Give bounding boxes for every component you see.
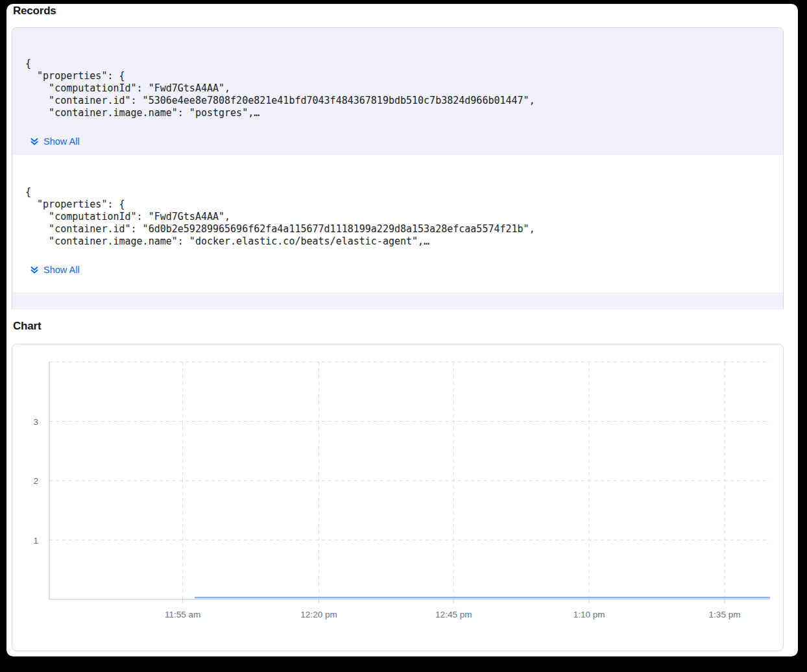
svg-text:11:55 am: 11:55 am (165, 610, 200, 619)
show-all-button[interactable]: Show All (30, 136, 80, 147)
record-row-1: { "properties": { "computationId": "Fwd7… (12, 28, 783, 155)
svg-text:1:35 pm: 1:35 pm (709, 610, 741, 619)
page-content: Records { "properties": { "computationId… (6, 4, 798, 656)
record-json-preview: { "properties": { "computationId": "Fwd7… (25, 58, 783, 119)
svg-text:1:10 pm: 1:10 pm (573, 610, 605, 619)
svg-text:3: 3 (33, 417, 38, 427)
show-all-button[interactable]: Show All (30, 265, 80, 275)
record-json-preview: { "properties": { "computationId": "Fwd7… (25, 186, 783, 248)
chart-canvas[interactable]: 12311:55 am12:20 pm12:45 pm1:10 pm1:35 p… (12, 344, 784, 651)
svg-text:1: 1 (33, 536, 38, 546)
record-row-3-clipped (12, 293, 783, 309)
records-panel: { "properties": { "computationId": "Fwd7… (12, 27, 784, 309)
show-all-label: Show All (43, 265, 80, 275)
chart-panel: 12311:55 am12:20 pm12:45 pm1:10 pm1:35 p… (12, 344, 784, 651)
records-section-title: Records (13, 5, 56, 18)
svg-text:12:45 pm: 12:45 pm (435, 610, 472, 619)
svg-text:2: 2 (33, 476, 38, 486)
chart-section-title: Chart (13, 320, 41, 333)
svg-text:12:20 pm: 12:20 pm (300, 610, 337, 619)
double-chevron-down-icon (30, 138, 38, 145)
double-chevron-down-icon (30, 266, 38, 274)
show-all-label: Show All (43, 136, 80, 147)
record-row-2: { "properties": { "computationId": "Fwd7… (12, 155, 783, 293)
